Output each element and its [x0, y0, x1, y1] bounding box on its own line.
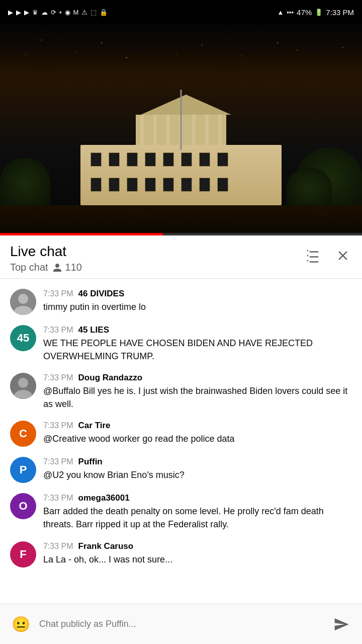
header-divider	[0, 278, 362, 279]
top-chat-label: Top chat	[10, 262, 48, 273]
status-bar: ▶ ▶ ▶ ♛ ☁ ⟳ ▪ ◉ M ⚠ ⬚ 🔒 ▲ ▪▪▪ 47% 🔋 7:33…	[0, 0, 362, 24]
chat-text: La La - oh, ok... I was not sure...	[43, 554, 172, 565]
avatar: C	[10, 421, 36, 447]
battery-icon: 🔒	[100, 9, 108, 16]
chat-content: 7:33 PM Car Tire @Creative wood worker g…	[43, 421, 352, 445]
chat-username: 45 LIES	[78, 325, 109, 335]
chat-input[interactable]	[39, 612, 323, 637]
chat-meta: 7:33 PM Doug Randazzo	[43, 373, 352, 383]
close-button[interactable]	[334, 247, 352, 265]
list-item: C 7:33 PM Car Tire @Creative wood worker…	[4, 416, 358, 452]
chat-messages-list: 7:33 PM 46 DIVIDES timmy putin in overti…	[0, 284, 362, 573]
youtube-icon2: ▶	[16, 9, 21, 16]
youtube-icon: ▶	[8, 9, 13, 16]
chat-time: 7:33 PM	[43, 494, 73, 503]
chat-text: WE THE PEOPLE HAVE CHOSEN BIDEN AND HAVE…	[43, 338, 313, 361]
user-avatar-photo2	[10, 373, 36, 399]
chat-username: omega36001	[78, 493, 130, 503]
chat-text: @Buffalo Bill yes he is. I just wish the…	[43, 386, 347, 409]
chat-content: 7:33 PM omega36001 Barr added the death …	[43, 493, 352, 531]
avatar-label: P	[20, 463, 27, 476]
chat-content: 7:33 PM 46 DIVIDES timmy putin in overti…	[43, 289, 352, 313]
cloud-icon: ☁	[41, 9, 48, 16]
user-avatar-photo	[10, 289, 36, 315]
avatar-label: 45	[17, 332, 29, 345]
signal-icon: ▪▪▪	[287, 9, 294, 16]
chat-meta: 7:33 PM omega36001	[43, 493, 352, 503]
avatar: P	[10, 457, 36, 483]
viewer-count: 110	[65, 262, 82, 273]
list-item: 45 7:33 PM 45 LIES WE THE PEOPLE HAVE CH…	[4, 320, 358, 368]
avatar: O	[10, 493, 36, 519]
viewer-count-area: 110	[52, 262, 82, 273]
battery-percent: 47%	[297, 8, 312, 17]
livechat-title-area: Live chat Top chat 110	[10, 244, 82, 273]
filter-button[interactable]	[304, 247, 322, 265]
wifi-icon: ▲	[277, 9, 284, 16]
avatar-label: F	[20, 548, 26, 561]
svg-point-1	[18, 294, 28, 304]
chat-meta: 7:33 PM Car Tire	[43, 421, 352, 431]
emoji-button[interactable]: 😐	[8, 612, 33, 637]
avatar	[10, 289, 36, 315]
chat-username: Car Tire	[78, 421, 111, 431]
chat-username: Frank Caruso	[78, 541, 134, 551]
chat-meta: 7:33 PM 46 DIVIDES	[43, 289, 352, 299]
avatar: 45	[10, 325, 36, 351]
chat-content: 7:33 PM Puffin @U2 you know Brian Eno's …	[43, 457, 352, 481]
image-icon: ⬚	[90, 9, 97, 16]
chat-username: Doug Randazzo	[78, 373, 143, 383]
livechat-panel: Live chat Top chat 110	[0, 235, 362, 644]
youtube-icon3: ▶	[24, 9, 29, 16]
battery-shape: 🔋	[315, 9, 323, 16]
livechat-header: Live chat Top chat 110	[0, 235, 362, 273]
list-item: F 7:33 PM Frank Caruso La La - oh, ok...…	[4, 536, 358, 573]
chat-text: @Creative wood worker go read the police…	[43, 434, 234, 444]
chat-time: 7:33 PM	[43, 289, 73, 298]
svg-point-4	[18, 378, 28, 388]
chat-meta: 7:33 PM Puffin	[43, 457, 352, 467]
send-button[interactable]	[329, 612, 354, 637]
status-system: ▲ ▪▪▪ 47% 🔋 7:33 PM	[277, 8, 354, 17]
crown-icon: ♛	[32, 9, 38, 16]
avatar: F	[10, 541, 36, 568]
m-icon: M	[73, 9, 79, 16]
avatar-label: O	[19, 500, 27, 513]
video-progress-bar[interactable]	[0, 233, 362, 235]
chat-meta: 7:33 PM Frank Caruso	[43, 541, 352, 551]
chat-time: 7:33 PM	[43, 373, 73, 382]
list-item: 7:33 PM 46 DIVIDES timmy putin in overti…	[4, 284, 358, 320]
chat-input-bar: 😐	[0, 604, 362, 644]
avatar-label: C	[19, 427, 27, 440]
alert-icon: ⚠	[81, 9, 87, 16]
person-icon	[52, 263, 62, 273]
chat-time: 7:33 PM	[43, 457, 73, 466]
status-notifications: ▶ ▶ ▶ ♛ ☁ ⟳ ▪ ◉ M ⚠ ⬚ 🔒	[8, 9, 108, 16]
chat-content: 7:33 PM Doug Randazzo @Buffalo Bill yes …	[43, 373, 352, 411]
video-player[interactable]	[0, 24, 362, 235]
chat-text: timmy putin in overtime lo	[43, 302, 146, 312]
chat-username: Puffin	[78, 457, 103, 467]
list-item: 7:33 PM Doug Randazzo @Buffalo Bill yes …	[4, 368, 358, 416]
chat-time: 7:33 PM	[43, 542, 73, 551]
chat-content: 7:33 PM Frank Caruso La La - oh, ok... I…	[43, 541, 352, 566]
chat-content: 7:33 PM 45 LIES WE THE PEOPLE HAVE CHOSE…	[43, 325, 352, 363]
livechat-title: Live chat	[10, 244, 82, 260]
folder-icon: ▪	[59, 9, 62, 16]
livechat-subtitle: Top chat 110	[10, 262, 82, 273]
sync-icon: ⟳	[51, 9, 56, 16]
emoji-icon: 😐	[12, 615, 30, 633]
circle-icon: ◉	[65, 9, 70, 16]
chat-time: 7:33 PM	[43, 421, 73, 430]
send-icon	[333, 616, 349, 632]
chat-text: @U2 you know Brian Eno's music?	[43, 470, 185, 480]
filter-icon	[305, 248, 320, 263]
close-icon	[335, 248, 350, 263]
list-item: P 7:33 PM Puffin @U2 you know Brian Eno'…	[4, 452, 358, 488]
video-progress-fill	[0, 233, 163, 235]
livechat-actions	[304, 247, 352, 265]
chat-time: 7:33 PM	[43, 326, 73, 335]
avatar	[10, 373, 36, 399]
chat-meta: 7:33 PM 45 LIES	[43, 325, 352, 335]
list-item: O 7:33 PM omega36001 Barr added the deat…	[4, 488, 358, 536]
